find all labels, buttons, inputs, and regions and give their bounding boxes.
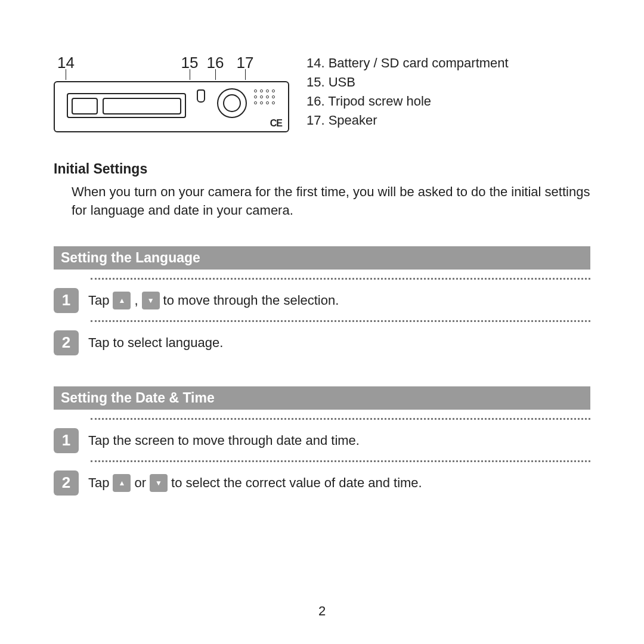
datetime-step-1: 1 Tap the screen to move through date an… [54,420,590,460]
step-text: Tap [88,475,109,491]
datetime-section-bar: Setting the Date & Time [54,386,590,410]
battery-compartment-icon [67,93,186,118]
step-text: to move through the selection. [163,293,339,308]
initial-settings-text: When you turn on your camera for the fir… [54,183,590,220]
datetime-steps: 1 Tap the screen to move through date an… [54,418,590,503]
top-row: 14 15 16 17 CE [54,54,590,132]
legend-item: 14. Battery / SD card compartment [306,54,590,73]
down-arrow-icon: ▼ [142,292,160,309]
legend-item: 16. Tripod screw hole [306,92,590,111]
language-step-1: 1 Tap ▲ , ▼ to move through the selectio… [54,280,590,320]
step-text: Tap to select language. [88,335,223,351]
step-number: 2 [54,330,79,355]
ce-mark-icon: CE [270,118,282,129]
language-section-bar: Setting the Language [54,246,590,270]
usb-port-icon [197,89,205,103]
callout-15: 15 [179,54,200,81]
page-number: 2 [0,603,644,619]
speaker-grille-icon [254,89,280,112]
language-step-2: 2 Tap to select language. [54,322,590,363]
step-number: 1 [54,428,79,453]
camera-bottom-outline: CE [54,81,289,132]
datetime-step-2: 2 Tap ▲ or ▼ to select the correct value… [54,462,590,503]
step-text: Tap [88,293,109,308]
step-text: , [134,293,138,308]
legend-item: 15. USB [306,73,590,92]
callout-17: 17 [230,54,260,81]
step-text: Tap the screen to move through date and … [88,433,360,448]
up-arrow-icon: ▲ [113,474,131,492]
step-text: to select the correct value of date and … [171,475,422,491]
down-arrow-icon: ▼ [150,474,168,492]
parts-legend: 14. Battery / SD card compartment 15. US… [306,54,590,130]
callout-16: 16 [200,54,230,81]
camera-diagram: 14 15 16 17 CE [54,54,292,132]
tripod-hole-icon [217,88,247,118]
step-number: 1 [54,288,79,313]
step-number: 2 [54,470,79,496]
initial-settings-heading: Initial Settings [54,161,590,177]
step-text: or [134,475,146,491]
legend-item: 17. Speaker [306,111,590,130]
up-arrow-icon: ▲ [113,292,131,309]
language-steps: 1 Tap ▲ , ▼ to move through the selectio… [54,278,590,363]
callout-14: 14 [54,54,89,81]
